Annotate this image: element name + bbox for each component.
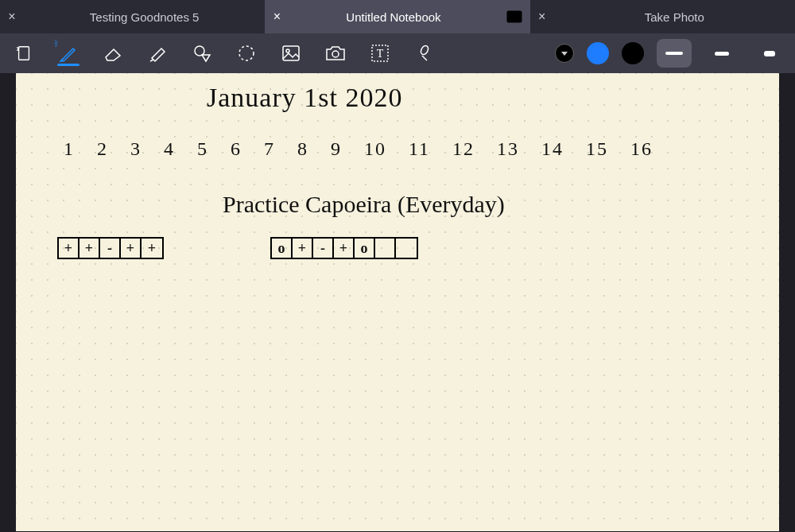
note-number: 11 xyxy=(409,138,430,160)
tracker-cell: - xyxy=(100,239,121,258)
tracker-row-1: ++-++ xyxy=(57,237,164,259)
tracker-cell: o xyxy=(355,239,375,258)
shape-tool[interactable] xyxy=(186,37,218,69)
svg-rect-2 xyxy=(19,47,29,60)
highlighter-tool[interactable] xyxy=(142,37,173,69)
split-view-icon[interactable] xyxy=(498,10,530,23)
eraser-tool[interactable] xyxy=(97,37,129,69)
tab-bar: × Testing Goodnotes 5 × Untitled Noteboo… xyxy=(0,0,795,33)
svg-text:T: T xyxy=(377,48,384,60)
close-icon[interactable]: × xyxy=(265,0,289,33)
svg-point-10 xyxy=(420,45,430,56)
note-number: 12 xyxy=(452,138,475,160)
tracker-row-2: o+-+o xyxy=(270,237,418,259)
stroke-medium[interactable] xyxy=(704,39,739,68)
note-number: 4 xyxy=(164,138,175,160)
note-number: 3 xyxy=(130,138,142,160)
note-number-row: 12345678910111213141516 xyxy=(64,138,653,160)
tab-untitled-notebook[interactable]: × Untitled Notebook xyxy=(265,0,529,33)
image-tool[interactable] xyxy=(275,37,307,69)
close-icon[interactable]: × xyxy=(530,0,554,33)
note-number: 8 xyxy=(297,138,308,160)
bluetooth-icon: ᛒ xyxy=(54,39,59,48)
pen-tool[interactable]: ᛒ xyxy=(52,37,84,69)
canvas-stage: January 1st 2020 12345678910111213141516… xyxy=(0,73,795,532)
note-number: 5 xyxy=(197,138,208,160)
tracker-cell xyxy=(375,239,396,258)
link-tool[interactable] xyxy=(409,37,440,69)
tracker-cell: + xyxy=(80,239,100,258)
note-number: 6 xyxy=(231,138,242,160)
page-nav-button[interactable] xyxy=(8,37,40,69)
svg-point-4 xyxy=(239,46,254,60)
note-page[interactable]: January 1st 2020 12345678910111213141516… xyxy=(16,73,779,531)
tracker-cell xyxy=(396,239,417,258)
toolbar: ᛒ T xyxy=(0,33,795,73)
stroke-thick[interactable] xyxy=(752,39,787,68)
lasso-tool[interactable] xyxy=(231,37,262,69)
svg-point-7 xyxy=(332,51,339,57)
note-number: 9 xyxy=(331,138,342,160)
note-subtitle: Practice Capoeira (Everyday) xyxy=(223,191,505,218)
tab-take-photo[interactable]: × Take Photo xyxy=(530,0,795,33)
note-number: 15 xyxy=(586,138,608,160)
tracker-cell: + xyxy=(59,239,80,258)
tab-title: Take Photo xyxy=(554,10,795,24)
note-title: January 1st 2020 xyxy=(207,83,402,113)
note-number: 7 xyxy=(264,138,275,160)
close-icon[interactable]: × xyxy=(0,0,24,33)
color-dropdown[interactable] xyxy=(555,44,574,63)
tracker-cell: + xyxy=(293,239,313,258)
note-number: 16 xyxy=(630,138,653,160)
note-number: 14 xyxy=(541,138,564,160)
tab-testing-goodnotes[interactable]: × Testing Goodnotes 5 xyxy=(0,0,265,33)
note-number: 10 xyxy=(364,138,386,160)
camera-tool[interactable] xyxy=(320,37,351,69)
tab-title: Untitled Notebook xyxy=(289,10,498,24)
note-number: 13 xyxy=(497,138,519,160)
tracker-cell: + xyxy=(142,239,162,258)
note-number: 2 xyxy=(97,138,108,160)
svg-rect-0 xyxy=(506,11,522,23)
tracker-cell: + xyxy=(121,239,142,258)
note-number: 1 xyxy=(64,138,75,160)
tab-title: Testing Goodnotes 5 xyxy=(24,10,265,24)
tracker-cell: - xyxy=(313,239,334,258)
tracker-cell: + xyxy=(334,239,355,258)
svg-point-3 xyxy=(195,46,204,56)
tracker-cell: o xyxy=(272,239,293,258)
stroke-thin[interactable] xyxy=(657,39,692,68)
svg-rect-5 xyxy=(283,46,299,60)
svg-point-6 xyxy=(286,49,289,52)
color-swatch-blue[interactable] xyxy=(587,42,609,64)
color-swatch-black[interactable] xyxy=(622,42,644,64)
text-tool[interactable]: T xyxy=(364,37,396,69)
